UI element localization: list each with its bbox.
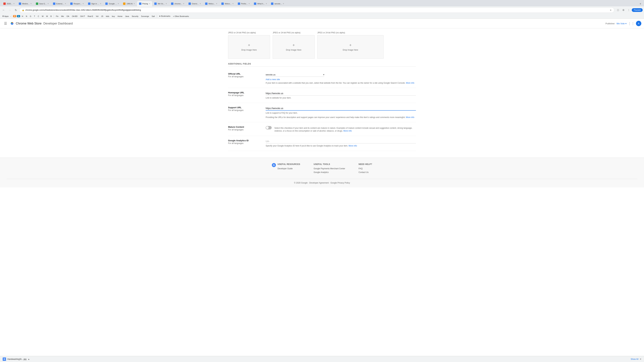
new-tab-button[interactable]: + <box>638 1 643 6</box>
download-bar-close[interactable]: × <box>640 358 641 361</box>
refresh-button[interactable]: ↻ <box>14 8 18 12</box>
tab-tab13[interactable]: Welco...× <box>203 1 219 6</box>
tab-close-tab8[interactable]: × <box>134 2 135 5</box>
google-payments-link[interactable]: Google Payments Merchant Center <box>314 167 345 170</box>
tab-tab7[interactable]: Google ...× <box>103 1 121 6</box>
official-url-dropdown[interactable]: wevote.us ▾ <box>266 72 324 77</box>
bookmark-buy[interactable]: buy <box>111 15 116 17</box>
bookmark-g[interactable]: G <box>29 15 32 17</box>
mature-content-toggle[interactable] <box>266 126 272 129</box>
bookmark-m[interactable]: M <box>45 15 49 17</box>
tab-close-tab4[interactable]: × <box>65 2 66 5</box>
extensions-button[interactable]: ⬡ <box>616 8 620 12</box>
profile-button[interactable]: ⚙ <box>621 8 626 12</box>
bookmark-vol[interactable]: Vol <box>95 15 99 17</box>
forward-button[interactable]: → <box>8 8 12 12</box>
tab-close-tab5[interactable]: × <box>83 2 84 5</box>
bookmark-other[interactable]: » Other Bookmarks <box>172 15 190 17</box>
bookmark-fin[interactable]: Fin <box>55 15 59 17</box>
homepage-url-value[interactable]: https://wevote.us <box>266 91 416 95</box>
address-bar[interactable]: 🔒 chrome.google.com/u/0/webstore/devcons… <box>20 7 614 13</box>
tab-close-tab13[interactable]: × <box>216 2 217 5</box>
contact-us-link[interactable]: Contact Us <box>358 171 372 173</box>
bookmark-sail[interactable]: Sail <box>150 15 156 17</box>
tab-tab17[interactable]: wevote...× <box>269 1 286 6</box>
back-button[interactable]: ← <box>1 8 6 12</box>
drop-area-2[interactable]: + Drop Image Here <box>273 35 314 59</box>
avatar[interactable]: A <box>636 21 641 26</box>
tab-tab4[interactable]: Extensi...× <box>51 1 68 6</box>
bookmark-chevron[interactable]: › <box>10 15 11 17</box>
tab-tab10[interactable]: We Vo...× <box>152 1 169 6</box>
tab-tab15[interactable]: Perfor...× <box>236 1 252 6</box>
official-url-more-info[interactable]: More info <box>406 82 414 84</box>
tab-tab14[interactable]: Welco...× <box>219 1 236 6</box>
tab-close-tab12[interactable]: × <box>200 2 201 5</box>
bookmark-apps[interactable]: ⊞ Apps <box>1 15 10 17</box>
bookmark-t[interactable]: T <box>33 15 36 17</box>
tab-tab6[interactable]: Sign in ...× <box>86 1 103 6</box>
tab-tab9[interactable]: Pricing× <box>137 1 152 6</box>
tab-tab16[interactable]: What h...× <box>252 1 269 6</box>
bookmark-security[interactable]: Security <box>131 15 139 17</box>
show-all-link[interactable]: Show All <box>631 358 638 360</box>
bookmark-h[interactable]: H <box>21 15 24 17</box>
google-analytics-link[interactable]: Google Analytics <box>314 171 345 173</box>
tab-tab3[interactable]: Sara G...× <box>34 1 51 6</box>
bookmark-java[interactable]: Java <box>124 15 130 17</box>
grid-icon[interactable]: ⋮⋮ <box>626 20 636 27</box>
bookmark-in[interactable]: in <box>17 15 20 17</box>
bookmark-js[interactable]: JS <box>100 15 104 17</box>
bookmark-sunverge[interactable]: Sunverge <box>140 15 150 17</box>
bookmark-w[interactable]: W <box>13 15 16 17</box>
tab-close-tab10[interactable]: × <box>166 2 167 5</box>
tab-close-tab1[interactable]: × <box>14 2 14 5</box>
analytics-more-info[interactable]: More info <box>349 145 357 147</box>
tab-tab2[interactable]: Wedne...× <box>17 1 34 6</box>
developer-guide-link[interactable]: Developer Guide <box>278 167 300 170</box>
faq-link[interactable]: FAQ <box>358 167 372 170</box>
tab-close-tab7[interactable]: × <box>118 2 119 5</box>
tab-close-tab16[interactable]: × <box>266 2 267 5</box>
bookmark-oait[interactable]: OA IT <box>79 15 86 17</box>
tab-tab5[interactable]: Reopen...× <box>68 1 86 6</box>
tab-close-tab2[interactable]: × <box>30 2 32 5</box>
tab-close-tab17[interactable]: × <box>283 2 284 5</box>
bookmark-b[interactable]: B <box>50 15 53 17</box>
paused-button[interactable]: Paused <box>632 8 643 12</box>
download-chevron-icon[interactable]: ▲ <box>28 358 30 360</box>
analytics-value[interactable]: UA- <box>266 139 416 143</box>
mature-content-more-info[interactable]: More info <box>344 130 352 132</box>
bookmark-n[interactable]: N <box>25 15 28 17</box>
tab-tab11[interactable]: chrome...× <box>169 1 186 6</box>
publisher-dropdown[interactable]: We Vote ▾ <box>616 22 626 25</box>
bookmark-oabd[interactable]: OA BD <box>71 15 79 17</box>
tab-tab8[interactable]: 1966 Ai× <box>121 1 137 6</box>
tab-close-tab11[interactable]: × <box>183 2 184 5</box>
bookmark-home[interactable]: Home <box>116 15 124 17</box>
more-button[interactable]: ⋮ <box>626 8 631 12</box>
tab-close-tab9[interactable]: × <box>149 2 150 5</box>
tab-tab12[interactable]: Overvi...× <box>186 1 203 6</box>
tab-close-tab14[interactable]: × <box>232 2 234 5</box>
mature-content-note: Select this checkbox if your item and it… <box>274 127 416 132</box>
tab-close-tab3[interactable]: × <box>48 2 49 5</box>
hamburger-menu[interactable]: ☰ <box>3 20 8 27</box>
bookmark-reale[interactable]: Real E <box>86 15 94 17</box>
bookmark-bookmarks[interactable]: ★ Bookmarks <box>158 15 172 17</box>
add-new-site-link[interactable]: Add a new site <box>266 78 280 81</box>
tab-close-tab6[interactable]: × <box>100 2 101 5</box>
bookmark-w2[interactable]: W <box>41 15 44 17</box>
image-quality-label-2: JPEG or 24-bit PNG (no alpha) <box>273 31 314 34</box>
bookmark-kids[interactable]: kids <box>105 15 110 17</box>
bookmark-c[interactable]: C <box>37 15 40 17</box>
tab-close-tab15[interactable]: × <box>248 2 250 5</box>
drop-area-3[interactable]: + Drop Image Here <box>317 35 384 59</box>
bookmark-we[interactable]: We <box>60 15 65 17</box>
drop-area-1[interactable]: + Drop Image Here <box>228 35 270 59</box>
bookmark-oa[interactable]: OA <box>66 15 70 17</box>
drop-plus-icon-2: + <box>292 43 295 47</box>
support-url-input[interactable] <box>266 106 416 111</box>
urls-more-info-link[interactable]: More info <box>406 116 414 118</box>
tab-tab1[interactable]: 2020...× <box>1 1 16 6</box>
